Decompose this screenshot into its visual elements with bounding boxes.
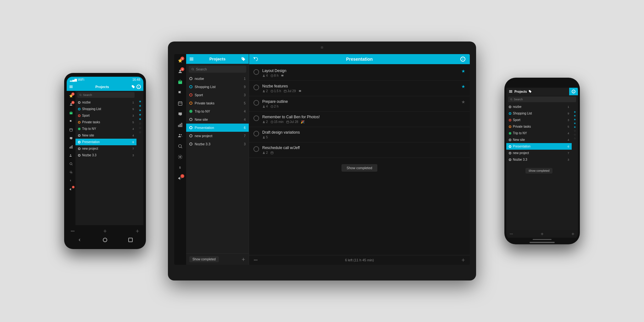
phone-nav-star[interactable]: 9 — [67, 92, 75, 100]
nav-speaker[interactable]: ! — [175, 174, 185, 183]
add-icon[interactable] — [540, 232, 544, 236]
iphone-project-newsite[interactable]: New site 4 — [506, 136, 572, 143]
phone-right-search[interactable]: Search — [508, 97, 576, 102]
task-checkbox[interactable] — [253, 131, 259, 136]
star-5[interactable]: ★ — [139, 117, 142, 121]
star-7-empty[interactable]: ☆ — [139, 126, 142, 130]
star-2[interactable]: ★ — [139, 104, 142, 108]
iphone-project-shopping[interactable]: Shopping List 9 — [506, 110, 572, 117]
nav-flag[interactable] — [175, 88, 185, 97]
iphone-project-tripny[interactable]: Trip to NY 4 — [506, 130, 572, 136]
phone-nav-dollar[interactable]: $ — [67, 177, 75, 185]
more-icon[interactable] — [253, 258, 258, 262]
show-completed-tablet-button[interactable]: Show completed — [341, 164, 377, 172]
star-1[interactable]: ★ — [139, 100, 142, 103]
phone-nav-speaker[interactable]: ! — [67, 186, 75, 193]
show-completed-iphone-button[interactable]: Show completed — [525, 168, 553, 174]
nav-people[interactable] — [175, 131, 185, 140]
iphone-project-private[interactable]: Private tasks 5 — [506, 123, 572, 130]
project-item-private[interactable]: Private tasks 5 — [186, 99, 249, 107]
iphone-project-sport[interactable]: Sport 3 — [506, 117, 572, 123]
iphone-star-4[interactable]: ★ — [574, 122, 576, 125]
nav-dollar[interactable]: $ — [175, 163, 185, 172]
info-icon[interactable]: i — [136, 85, 141, 89]
phone-nav-calendar[interactable] — [67, 126, 75, 134]
project-item-nozbe33[interactable]: Nozbe 3.3 3 — [186, 140, 249, 148]
phone-project-nozbe33[interactable]: Nozbe 3.3 3 — [75, 152, 136, 158]
phone-nav-chat[interactable] — [67, 135, 75, 142]
project-item-nozbe[interactable]: nozbe 1 — [186, 75, 249, 83]
refresh-icon[interactable] — [253, 57, 258, 62]
iphone-star-7[interactable]: ☆ — [574, 133, 576, 136]
nav-search[interactable] — [175, 142, 185, 151]
project-item-newproject[interactable]: new project 7 — [186, 132, 249, 140]
phone-nav-search[interactable] — [67, 160, 75, 168]
phone-project-private[interactable]: Private tasks 5 — [75, 119, 136, 125]
sidebar-search[interactable]: Search — [189, 66, 246, 73]
phone-project-nozbe[interactable]: nozbe 1 — [75, 99, 136, 106]
task-checkbox[interactable] — [253, 146, 259, 152]
project-item-tripny[interactable]: Trip to NY 4 — [186, 107, 249, 115]
info-icon[interactable]: i — [572, 90, 575, 93]
iphone-project-presentation[interactable]: Presentation 6 — [506, 143, 572, 150]
iphone-star-6[interactable]: ☆ — [574, 129, 576, 132]
add-icon-2[interactable] — [571, 232, 575, 236]
phone-nav-gear[interactable] — [67, 169, 75, 176]
iphone-star-5[interactable]: ★ — [574, 125, 576, 129]
add-icon-2[interactable] — [135, 229, 140, 233]
task-checkbox[interactable] — [253, 115, 259, 121]
phone-project-sport[interactable]: Sport 3 — [75, 112, 136, 119]
phone-nav-inbox[interactable] — [67, 109, 75, 117]
phone-nav-chart[interactable] — [67, 143, 75, 151]
nav-person[interactable]: 4 — [175, 67, 185, 76]
back-icon[interactable] — [77, 238, 82, 242]
iphone-star-8[interactable]: ☆ — [574, 137, 576, 140]
nav-chat[interactable] — [175, 109, 185, 119]
iphone-project-nozbe33[interactable]: Nozbe 3.3 3 — [506, 156, 572, 163]
recents-icon[interactable] — [128, 238, 133, 242]
phone-project-tripny[interactable]: Trip to NY 4 — [75, 125, 136, 132]
info-icon[interactable]: i — [460, 57, 465, 62]
project-item-shopping[interactable]: Shopping List 9 — [186, 83, 249, 91]
phone-project-presentation[interactable]: Presentation 6 — [75, 139, 136, 145]
phone-search[interactable]: Search — [77, 92, 135, 98]
nav-gear[interactable] — [175, 152, 185, 162]
star-8-empty[interactable]: ☆ — [139, 130, 142, 134]
task-star-empty-icon[interactable]: ★ — [461, 99, 465, 104]
phone-project-newproject[interactable]: new project 7 — [75, 145, 136, 152]
phone-nav-people[interactable] — [67, 152, 75, 159]
tag-icon[interactable] — [131, 85, 135, 89]
tag-icon[interactable] — [241, 57, 246, 61]
iphone-project-newproject[interactable]: new project 7 — [506, 150, 572, 156]
phone-project-newsite[interactable]: New site 4 — [75, 132, 136, 139]
nav-inbox[interactable] — [175, 77, 185, 87]
iphone-star-2[interactable]: ★ — [574, 114, 576, 117]
phone-project-shopping[interactable]: Shopping List 9 — [75, 106, 136, 112]
nav-calendar[interactable] — [175, 99, 185, 108]
add-icon[interactable] — [241, 257, 246, 262]
star-3[interactable]: ★ — [139, 108, 142, 112]
show-completed-button[interactable]: Show completed — [189, 256, 219, 262]
project-item-sport[interactable]: Sport 3 — [186, 91, 249, 99]
nav-chart[interactable] — [175, 120, 185, 130]
iphone-star-3[interactable]: ★ — [574, 118, 576, 121]
phone-nav-person[interactable]: 4 — [67, 101, 75, 108]
star-4[interactable]: ★ — [139, 113, 142, 116]
more-dots-icon[interactable] — [70, 229, 75, 233]
project-item-presentation[interactable]: Presentation 6 — [186, 124, 249, 132]
more-icon[interactable] — [509, 232, 513, 236]
add-task-icon[interactable] — [461, 258, 465, 262]
task-star-icon[interactable]: ★ — [461, 69, 465, 74]
home-icon[interactable] — [103, 238, 107, 242]
iphone-star-1[interactable]: ★ — [574, 110, 576, 114]
task-checkbox[interactable] — [253, 69, 259, 75]
star-6-empty[interactable]: ☆ — [139, 122, 142, 125]
add-icon[interactable] — [103, 229, 107, 233]
task-checkbox[interactable] — [253, 85, 259, 90]
iphone-project-nozbe[interactable]: nozbe 1 — [506, 103, 572, 110]
nav-star[interactable]: 9 — [175, 56, 185, 65]
tag-icon[interactable] — [529, 90, 532, 93]
task-checkbox[interactable] — [253, 100, 259, 106]
project-item-newsite[interactable]: New site 4 — [186, 115, 249, 124]
task-star-icon[interactable]: ★ — [461, 84, 465, 89]
